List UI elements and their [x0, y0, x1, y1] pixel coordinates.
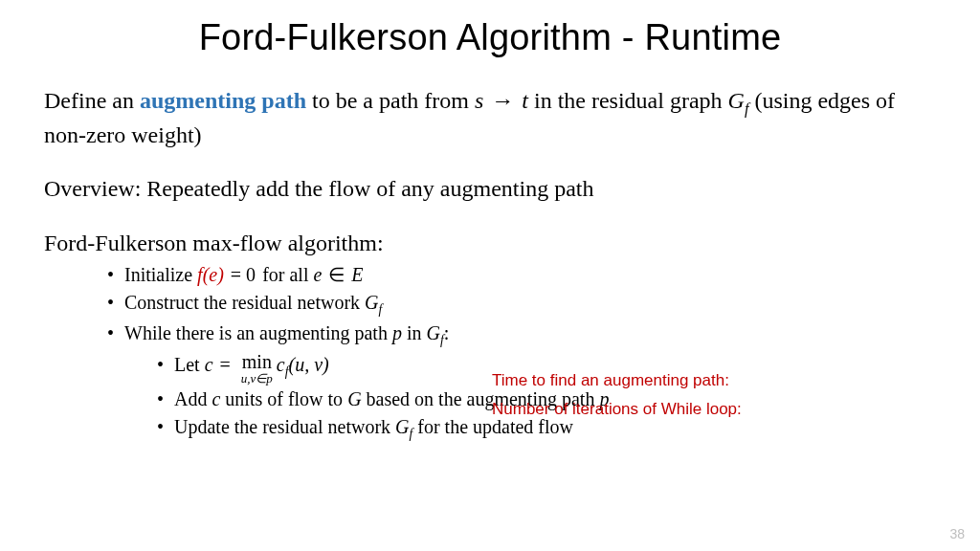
b3b-c: c — [212, 388, 220, 409]
def-term: augmenting path — [140, 88, 306, 113]
algo-heading: Ford-Fulkerson max-flow algorithm: — [44, 228, 936, 258]
b1-fe: f(e) — [197, 264, 224, 285]
bullet-construct: Construct the residual network Gf — [109, 290, 936, 319]
b3a-eq: = — [213, 354, 237, 375]
inner-list: Let c = minu,v∈pcf(u, v) Add c units of … — [159, 352, 936, 443]
math-t: t — [522, 88, 528, 113]
annotation-time: Time to find an augmenting path: — [492, 371, 729, 390]
b3-p: p — [392, 322, 402, 343]
math-gf-g: G — [728, 88, 745, 113]
b3c-gf-g: G — [395, 416, 409, 437]
definition-line: Define an augmenting path to be a path f… — [44, 85, 936, 150]
b3-colon: : — [444, 322, 450, 343]
b1-eq: = 0 — [224, 264, 257, 285]
b2-gf-f: f — [379, 302, 383, 317]
b3a-pre: Let — [174, 354, 205, 375]
min-top: min — [241, 352, 273, 371]
b1-mid: for all — [257, 264, 313, 285]
annotation-iterations: Number of iterations of While loop: — [492, 400, 742, 419]
b2-pre: Construct the residual network — [124, 292, 365, 313]
min-operator: minu,v∈p — [241, 352, 273, 385]
b2-gf-g: G — [365, 292, 378, 313]
b1-pre: Initialize — [124, 264, 197, 285]
overview-line: Overview: Repeatedly add the flow of any… — [44, 173, 936, 204]
b3a-c: c — [205, 354, 213, 375]
math-s: s — [475, 88, 483, 113]
bullet-initialize: Initialize f(e) = 0 for all e ∈ E — [109, 262, 936, 288]
b3-gf-g: G — [426, 322, 439, 343]
def-pre: Define an — [44, 88, 140, 113]
b3a-cf: c — [277, 354, 285, 375]
b3b-G: G — [347, 388, 361, 409]
b3b-pre: Add — [174, 388, 212, 409]
page-number: 38 — [949, 526, 965, 541]
slide: Ford-Fulkerson Algorithm - Runtime Defin… — [0, 0, 980, 551]
def-post1: to be a path from — [306, 88, 475, 113]
b3b-mid1: units of flow to — [220, 388, 347, 409]
slide-title: Ford-Fulkerson Algorithm - Runtime — [44, 17, 936, 58]
b3-mid: in — [402, 322, 427, 343]
arrow: → — [483, 88, 522, 113]
b3-pre: While there is an augmenting path — [124, 322, 392, 343]
b1-e: e — [313, 264, 322, 285]
min-under: u,v∈p — [241, 372, 273, 385]
def-post2: in the residual graph — [528, 88, 728, 113]
b3c-pre: Update the residual network — [174, 416, 395, 437]
b1-E: E — [351, 264, 363, 285]
b1-in: ∈ — [322, 264, 351, 285]
b3a-uv: (u, v) — [289, 354, 329, 375]
